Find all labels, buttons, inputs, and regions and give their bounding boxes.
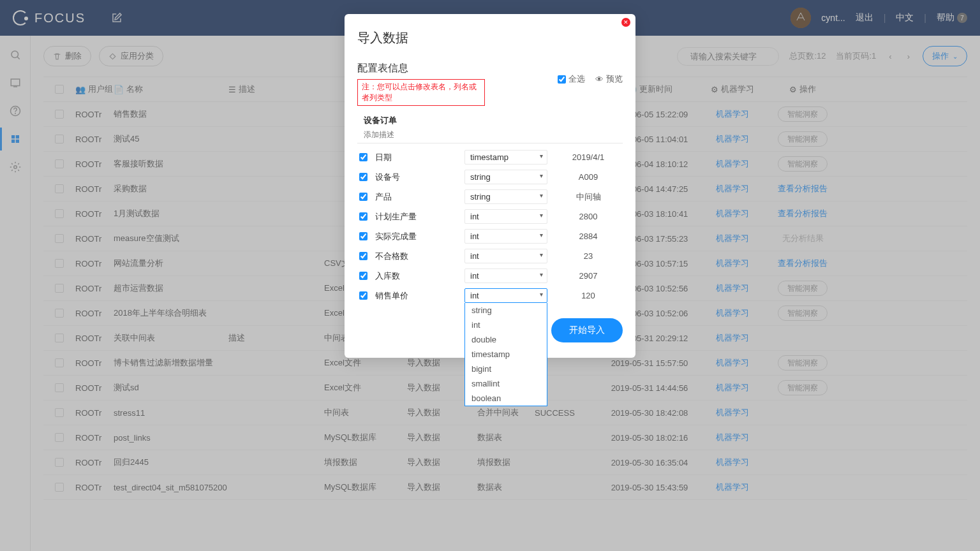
field-sample: 120 xyxy=(554,291,623,300)
eye-icon: 👁 xyxy=(595,75,604,84)
field-sample: 2019/4/1 xyxy=(554,152,623,162)
type-option[interactable]: timestamp xyxy=(465,347,547,362)
field-checkbox[interactable] xyxy=(359,272,368,280)
field-name[interactable]: 入库数 xyxy=(375,270,458,282)
type-select[interactable]: string xyxy=(464,170,547,184)
type-select[interactable]: string xyxy=(464,189,547,204)
modal-hint: 注：您可以点击修改表名，列名或者列类型 xyxy=(357,79,485,106)
preview-button[interactable]: 👁预览 xyxy=(595,73,623,85)
field-checkbox[interactable] xyxy=(359,252,368,260)
start-import-button[interactable]: 开始导入 xyxy=(551,318,623,342)
field-checkbox[interactable] xyxy=(359,212,368,221)
field-row: 不合格数 int 23 xyxy=(357,246,623,266)
type-select[interactable]: int xyxy=(464,209,547,224)
field-name[interactable]: 销售单价 xyxy=(375,290,458,302)
type-select[interactable]: int xyxy=(464,249,547,263)
field-sample: 中间轴 xyxy=(554,191,623,203)
table-name-field[interactable]: 设备订单 xyxy=(364,115,623,126)
field-checkbox[interactable] xyxy=(359,291,368,300)
type-dropdown: stringintdoubletimestampbigintsmallintbo… xyxy=(464,303,547,406)
close-icon[interactable]: ✕ xyxy=(621,18,630,27)
type-option[interactable]: boolean xyxy=(465,391,547,406)
type-option[interactable]: bigint xyxy=(465,362,547,376)
field-row: 日期 timestamp 2019/4/1 xyxy=(357,147,623,167)
field-row: 设备号 string A009 xyxy=(357,167,623,187)
field-sample: 2907 xyxy=(554,271,623,281)
field-sample: 2800 xyxy=(554,212,623,221)
field-checkbox[interactable] xyxy=(359,193,368,201)
type-select[interactable]: int xyxy=(464,229,547,244)
modal-subtitle: 配置表信息 xyxy=(357,62,485,75)
type-select[interactable]: int xyxy=(464,288,547,303)
field-row: 产品 string 中间轴 xyxy=(357,187,623,207)
modal-overlay[interactable]: ✕ 导入数据 配置表信息 注：您可以点击修改表名，列名或者列类型 全选 👁预览 … xyxy=(0,0,980,551)
type-option[interactable]: int xyxy=(465,318,547,332)
field-name[interactable]: 不合格数 xyxy=(375,251,458,262)
type-option[interactable]: double xyxy=(465,332,547,347)
field-row: 销售单价 intstringintdoubletimestampbigintsm… xyxy=(357,286,623,305)
field-checkbox[interactable] xyxy=(359,232,368,240)
field-checkbox[interactable] xyxy=(359,153,368,161)
type-option[interactable]: smallint xyxy=(465,376,547,391)
type-select[interactable]: timestamp xyxy=(464,150,547,165)
type-select[interactable]: int xyxy=(464,268,547,283)
field-row: 实际完成量 int 2884 xyxy=(357,226,623,246)
field-row: 计划生产量 int 2800 xyxy=(357,207,623,226)
field-name[interactable]: 设备号 xyxy=(375,172,458,183)
field-sample: 2884 xyxy=(554,231,623,241)
field-name[interactable]: 计划生产量 xyxy=(375,211,458,223)
modal-title: 导入数据 xyxy=(357,29,623,47)
field-name[interactable]: 日期 xyxy=(375,152,458,163)
field-sample: A009 xyxy=(554,172,623,182)
import-modal: ✕ 导入数据 配置表信息 注：您可以点击修改表名，列名或者列类型 全选 👁预览 … xyxy=(345,14,635,358)
field-row: 入库数 int 2907 xyxy=(357,266,623,286)
field-sample: 23 xyxy=(554,251,623,261)
table-desc-input[interactable] xyxy=(357,126,623,143)
field-checkbox[interactable] xyxy=(359,173,368,181)
select-all-checkbox[interactable]: 全选 xyxy=(558,73,585,85)
type-option[interactable]: string xyxy=(465,303,547,318)
field-name[interactable]: 实际完成量 xyxy=(375,231,458,242)
field-name[interactable]: 产品 xyxy=(375,191,458,203)
